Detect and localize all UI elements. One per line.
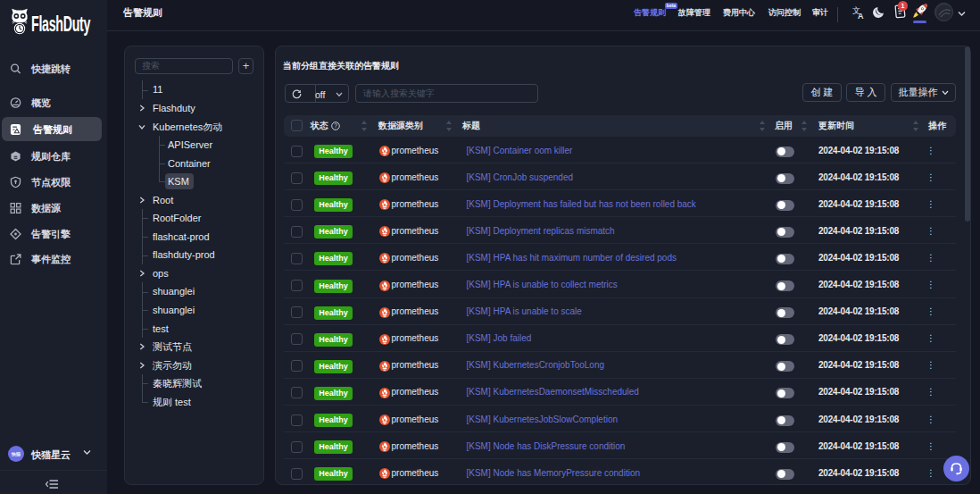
svg-text:?: ? xyxy=(334,122,337,129)
svg-text:A: A xyxy=(858,12,864,21)
